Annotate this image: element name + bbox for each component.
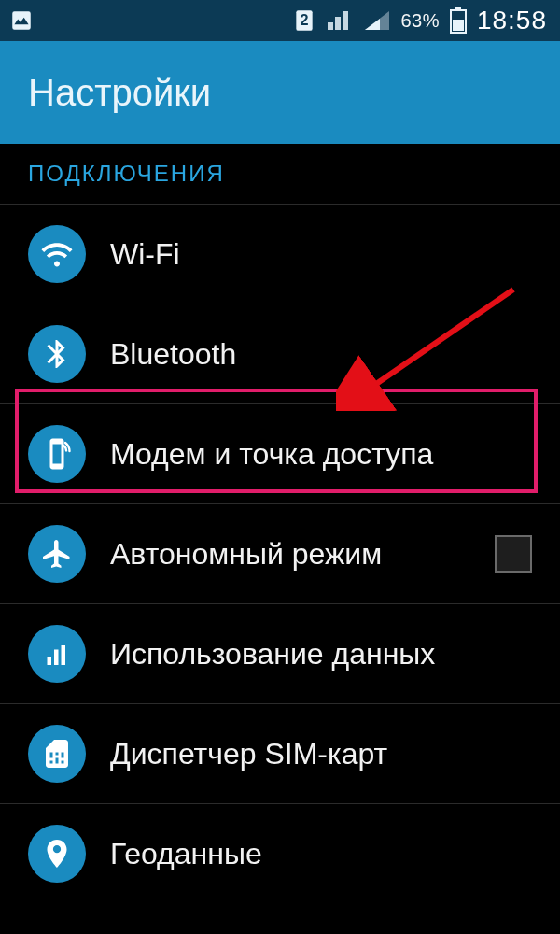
signal-icon xyxy=(326,9,354,32)
battery-icon xyxy=(449,7,468,34)
airplane-icon xyxy=(28,525,86,583)
title-bar: Настройки xyxy=(0,41,560,144)
settings-item-label: Модем и точка доступа xyxy=(110,437,538,472)
data-usage-icon xyxy=(28,625,86,683)
sim-slot-icon: 2 xyxy=(292,8,316,33)
settings-item-sim[interactable]: Диспетчер SIM-карт xyxy=(0,704,560,804)
battery-percent: 63% xyxy=(400,10,440,32)
settings-item-label: Геоданные xyxy=(110,837,538,871)
settings-item-airplane[interactable]: Автономный режим xyxy=(0,504,560,604)
location-icon xyxy=(28,825,86,883)
page-title: Настройки xyxy=(28,72,211,114)
settings-item-label: Wi-Fi xyxy=(110,237,538,272)
settings-item-label: Bluetooth xyxy=(110,337,538,372)
settings-item-location[interactable]: Геоданные xyxy=(0,804,560,888)
hotspot-icon xyxy=(28,425,86,483)
bluetooth-icon xyxy=(28,325,86,383)
data-icon xyxy=(363,9,391,32)
settings-list: Wi-Fi Bluetooth Модем и точка доступа Ав… xyxy=(0,205,560,888)
settings-item-bluetooth[interactable]: Bluetooth xyxy=(0,304,560,404)
image-indicator-icon xyxy=(9,8,34,33)
section-header: ПОДКЛЮЧЕНИЯ xyxy=(0,144,560,205)
settings-item-wifi[interactable]: Wi-Fi xyxy=(0,205,560,304)
clock: 18:58 xyxy=(477,6,547,35)
status-bar: 2 63% 18:58 xyxy=(0,0,560,41)
svg-text:2: 2 xyxy=(301,11,309,28)
sim-card-icon xyxy=(28,725,86,783)
section-label: ПОДКЛЮЧЕНИЯ xyxy=(28,161,560,187)
airplane-checkbox[interactable] xyxy=(495,535,532,573)
wifi-icon xyxy=(28,225,86,283)
settings-item-label: Диспетчер SIM-карт xyxy=(110,737,538,771)
settings-item-label: Использование данных xyxy=(110,637,538,672)
settings-item-label: Автономный режим xyxy=(110,537,470,572)
svg-rect-4 xyxy=(453,20,464,31)
settings-item-datausage[interactable]: Использование данных xyxy=(0,604,560,704)
settings-item-tethering[interactable]: Модем и точка доступа xyxy=(0,404,560,504)
